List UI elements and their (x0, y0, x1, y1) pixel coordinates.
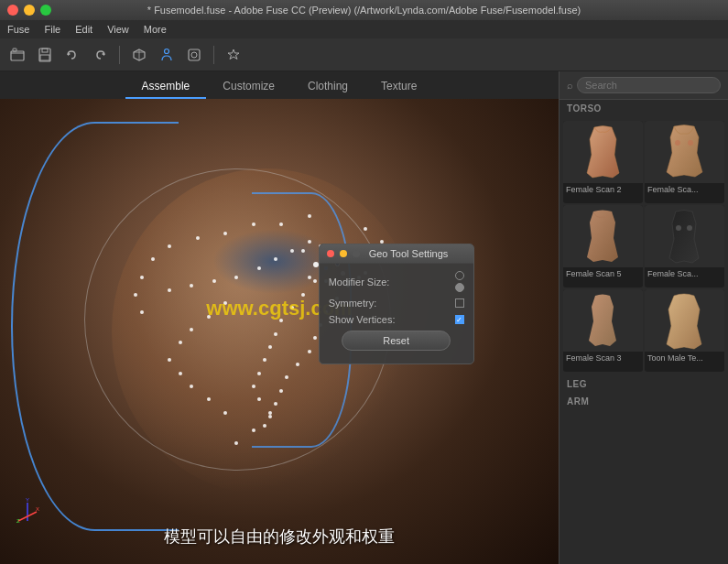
subtitle-text: 模型可以自由的修改外观和权重 (0, 526, 559, 548)
geo-panel-max[interactable] (353, 250, 360, 257)
torso-grid: Female Scan 2 (560, 117, 728, 375)
geo-panel-body: Modifier Size: Symmetry: Show (320, 264, 473, 363)
shape-icon[interactable] (184, 45, 204, 65)
open-icon[interactable] (7, 45, 27, 65)
body-part-img-2 (645, 121, 724, 183)
search-icon: ⌕ (567, 80, 573, 91)
show-vertices-label: Show Vertices: (329, 314, 396, 325)
svg-point-11 (191, 52, 197, 58)
modifier-size-row: Modifier Size: (329, 271, 464, 292)
svg-rect-4 (40, 55, 49, 60)
svg-point-20 (676, 225, 681, 231)
right-panel-scroll[interactable]: TORSO (560, 100, 728, 564)
main-area: Assemble Customize Clothing Texture (0, 71, 728, 564)
symmetry-row: Symmetry: (329, 298, 464, 309)
window-title: * Fusemodel.fuse - Adobe Fuse CC (Previe… (147, 5, 581, 16)
radio-option-1[interactable] (455, 271, 464, 280)
titlebar: * Fusemodel.fuse - Adobe Fuse CC (Previe… (0, 0, 728, 20)
menu-edit[interactable]: Edit (75, 24, 92, 35)
svg-text:Z: Z (16, 518, 20, 524)
tab-texture[interactable]: Texture (364, 75, 433, 99)
section-torso-header: TORSO (560, 100, 728, 117)
save-icon[interactable] (35, 45, 55, 65)
show-vertices-row: Show Vertices: ✓ (329, 314, 464, 325)
svg-marker-12 (228, 49, 239, 60)
svg-text:Y: Y (26, 498, 29, 503)
reset-button[interactable]: Reset (342, 331, 450, 351)
toolbar-separator-2 (213, 46, 214, 64)
body-part-card-3[interactable]: Female Scan 5 (563, 205, 643, 287)
radio-option-2[interactable] (455, 283, 464, 292)
card-6-label: Toon Male Te... (645, 352, 724, 364)
menu-fuse[interactable]: Fuse (7, 24, 29, 35)
svg-marker-5 (68, 52, 71, 56)
redo-icon[interactable] (90, 45, 110, 65)
face-background: www.cgtsj.com (0, 99, 559, 564)
body-part-card-2[interactable]: Female Sca... (645, 121, 724, 203)
toolbar (0, 38, 728, 71)
radio-circle-1 (455, 271, 464, 280)
card-2-label: Female Sca... (645, 183, 724, 196)
body-part-card-1[interactable]: Female Scan 2 (563, 121, 643, 203)
body-part-img-1 (563, 121, 643, 183)
section-leg-header: LEG (560, 375, 728, 393)
menubar: Fuse File Edit View More (0, 20, 728, 38)
geo-tool-panel: Geo Tool Settings Modifier Size: Sy (319, 244, 474, 364)
body-part-card-6[interactable]: Toon Male Te... (645, 289, 724, 372)
card-1-label: Female Scan 2 (563, 183, 643, 196)
3d-view-icon[interactable] (129, 45, 149, 65)
show-vertices-checkbox[interactable]: ✓ (455, 315, 464, 324)
search-bar: ⌕ (560, 71, 728, 100)
star-icon[interactable] (223, 45, 244, 65)
svg-text:X: X (36, 506, 39, 512)
body-part-img-3 (563, 205, 643, 267)
body-part-img-6 (645, 289, 724, 352)
body-part-card-4[interactable]: Female Sca... (645, 205, 724, 287)
menu-more[interactable]: More (144, 24, 167, 35)
subtitle-content: 模型可以自由的修改外观和权重 (164, 527, 395, 546)
search-input[interactable] (577, 77, 721, 93)
minimize-button[interactable] (24, 5, 35, 16)
svg-point-19 (688, 140, 693, 146)
card-4-label: Female Sca... (645, 267, 724, 280)
svg-point-21 (687, 225, 692, 231)
tab-customize[interactable]: Customize (206, 75, 291, 99)
modifier-size-label: Modifier Size: (329, 277, 390, 287)
tab-clothing[interactable]: Clothing (291, 75, 364, 99)
body-part-card-5[interactable]: Female Scan 3 (563, 289, 643, 372)
toolbar-separator (119, 46, 120, 64)
geo-panel-title: Geo Tool Settings (320, 244, 473, 264)
person-icon[interactable] (157, 45, 177, 65)
body-part-img-4 (645, 205, 724, 267)
svg-rect-1 (13, 49, 16, 51)
card-3-label: Female Scan 5 (563, 267, 643, 280)
close-button[interactable] (7, 5, 18, 16)
maximize-button[interactable] (40, 5, 51, 16)
symmetry-checkbox[interactable] (455, 298, 464, 308)
section-arm-header: ARM (560, 393, 728, 410)
traffic-lights (7, 5, 51, 16)
geo-panel-close[interactable] (327, 250, 334, 257)
svg-point-18 (675, 140, 680, 146)
card-5-label: Female Scan 3 (563, 352, 643, 364)
menu-view[interactable]: View (107, 24, 129, 35)
radio-circle-2 (455, 283, 464, 292)
symmetry-label: Symmetry: (329, 298, 377, 309)
tab-bar: Assemble Customize Clothing Texture (0, 71, 559, 99)
tab-assemble[interactable]: Assemble (125, 75, 207, 99)
svg-rect-10 (189, 49, 200, 60)
body-part-img-5 (563, 289, 643, 352)
viewport[interactable]: Assemble Customize Clothing Texture (0, 71, 559, 564)
axis-indicator: Y X Z (14, 498, 41, 527)
geo-panel-label: Geo Tool Settings (369, 248, 449, 259)
modifier-size-radios (455, 271, 464, 292)
geo-panel-min[interactable] (340, 250, 347, 257)
menu-file[interactable]: File (44, 24, 60, 35)
svg-point-9 (165, 49, 169, 53)
undo-icon[interactable] (62, 45, 82, 65)
right-panel: ⌕ TORSO (559, 71, 728, 564)
